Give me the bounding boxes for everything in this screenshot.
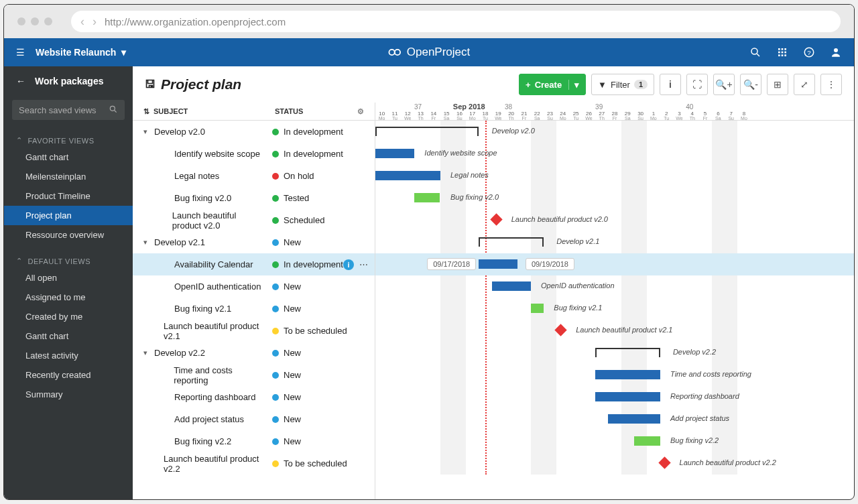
- fullscreen-icon[interactable]: ⛶: [686, 74, 708, 95]
- default-views-head[interactable]: ⌃DEFAULT VIEWS: [4, 254, 133, 268]
- sidebar-item-created-by-me[interactable]: Created by me: [4, 307, 133, 326]
- url-bar[interactable]: ‹ › http://www.organization.openproject.…: [71, 11, 841, 32]
- sidebar-item-assigned-to-me[interactable]: Assigned to me: [4, 288, 133, 307]
- info-icon[interactable]: i: [660, 74, 681, 95]
- create-button[interactable]: +Create▾: [519, 74, 586, 95]
- gantt-milestone[interactable]: [490, 213, 502, 225]
- favorite-views-head[interactable]: ⌃FAVORITE VIEWS: [4, 133, 133, 147]
- user-icon[interactable]: [830, 46, 842, 58]
- traffic-light-close[interactable]: [17, 17, 25, 25]
- gantt-task-bar[interactable]: [595, 370, 660, 379]
- gantt-task-bar[interactable]: [531, 304, 544, 313]
- sidebar-item-meilensteinplan[interactable]: Meilensteinplan: [4, 167, 133, 186]
- gantt-task-bar[interactable]: [375, 149, 414, 158]
- svg-rect-11: [782, 54, 784, 56]
- table-row[interactable]: OpenID authenticationNew: [133, 275, 375, 298]
- date-start-pill[interactable]: 09/17/2018: [427, 258, 476, 270]
- help-icon[interactable]: ?: [803, 46, 815, 58]
- brand-logo[interactable]: OpenProject: [388, 46, 471, 59]
- chevron-down-icon[interactable]: ▾: [143, 238, 154, 247]
- gantt-summary-bar[interactable]: [595, 348, 660, 357]
- sidebar-item-gantt-chart[interactable]: Gantt chart: [4, 326, 133, 346]
- gantt-row[interactable]: Develop v2.2: [375, 342, 854, 364]
- table-row[interactable]: Launch beautiful product v2.1To be sched…: [133, 320, 375, 342]
- chevron-down-icon[interactable]: ▾: [143, 127, 154, 136]
- gantt-row[interactable]: Bug fixing v2.2: [375, 430, 854, 452]
- zoom-out-icon[interactable]: 🔍-: [740, 74, 761, 95]
- more-menu-icon[interactable]: ⋮: [820, 74, 842, 95]
- table-row[interactable]: Reporting dashboardNew: [133, 386, 375, 408]
- gantt-row[interactable]: Add project status: [375, 408, 854, 430]
- gantt-row[interactable]: Time and costs reporting: [375, 364, 854, 386]
- gantt-row[interactable]: Develop v2.0: [375, 121, 854, 143]
- traffic-light-max[interactable]: [44, 17, 52, 25]
- gantt-row[interactable]: Launch beautiful product v2.0: [375, 209, 854, 231]
- sidebar-item-gantt-chart[interactable]: Gantt chart: [4, 147, 133, 167]
- gantt-milestone[interactable]: [554, 324, 566, 336]
- traffic-light-min[interactable]: [31, 17, 39, 25]
- auto-zoom-icon[interactable]: ⊞: [767, 74, 788, 95]
- zoom-in-icon[interactable]: 🔍+: [713, 74, 735, 95]
- gantt-row[interactable]: Legal notes: [375, 165, 854, 187]
- date-end-pill[interactable]: 09/19/2018: [526, 258, 574, 270]
- gantt-task-bar[interactable]: [595, 392, 660, 401]
- gear-icon[interactable]: ⚙: [357, 107, 364, 116]
- table-row[interactable]: Identify website scopeIn development: [133, 143, 375, 165]
- table-row[interactable]: Availability CalendarIn developmenti⋯: [133, 253, 375, 275]
- sort-icon[interactable]: ⇅: [143, 107, 149, 116]
- gantt-task-bar[interactable]: [479, 259, 517, 269]
- row-subject: Launch beautiful product v2.1: [164, 321, 264, 341]
- info-icon[interactable]: i: [343, 259, 354, 270]
- gantt-task-bar[interactable]: [492, 281, 531, 291]
- table-row[interactable]: ▾Develop v2.0In development: [133, 121, 375, 143]
- sidebar-item-project-plan[interactable]: Project plan: [4, 206, 133, 225]
- expand-icon[interactable]: ⤢: [794, 74, 815, 95]
- gantt-row[interactable]: Reporting dashboard: [375, 386, 854, 408]
- sidebar-item-product-timeline[interactable]: Product Timeline: [4, 186, 133, 206]
- table-row[interactable]: ▾Develop v2.2New: [133, 342, 375, 364]
- gantt-pane[interactable]: Sep 20183738394010Mo11Tu12We13Th14Fr15Sa…: [375, 103, 854, 499]
- gantt-row[interactable]: 09/17/201809/19/2018: [375, 253, 854, 275]
- gantt-row[interactable]: Develop v2.1: [375, 231, 854, 253]
- gantt-row[interactable]: OpenID authentication: [375, 275, 854, 298]
- apps-grid-icon[interactable]: [776, 46, 788, 58]
- gantt-summary-bar[interactable]: [375, 127, 479, 136]
- gantt-row[interactable]: Launch beautiful product v2.1: [375, 320, 854, 342]
- gantt-row[interactable]: Launch beautiful product v2.2: [375, 452, 854, 475]
- table-row[interactable]: Bug fixing v2.0Tested: [133, 187, 375, 209]
- gantt-task-bar[interactable]: [375, 171, 440, 180]
- search-icon[interactable]: [749, 46, 761, 58]
- gantt-task-bar[interactable]: [634, 436, 660, 446]
- table-row[interactable]: Bug fixing v2.2New: [133, 430, 375, 452]
- table-row[interactable]: Launch beautiful product v2.0Scheduled: [133, 209, 375, 231]
- gantt-row[interactable]: Bug fixing v2.0: [375, 187, 854, 209]
- browser-back-icon[interactable]: ‹: [80, 15, 84, 29]
- gantt-task-bar[interactable]: [608, 414, 660, 424]
- chevron-down-icon[interactable]: ▾: [143, 349, 154, 357]
- filter-button[interactable]: ▼Filter1: [591, 74, 654, 95]
- gantt-task-bar[interactable]: [414, 193, 440, 202]
- sidebar-item-latest-activity[interactable]: Latest activity: [4, 346, 133, 365]
- hamburger-icon[interactable]: ☰: [16, 47, 25, 58]
- project-selector[interactable]: Website Relaunch ▾: [36, 47, 126, 58]
- gantt-row[interactable]: Identify website scope: [375, 143, 854, 165]
- table-row[interactable]: Add project statusNew: [133, 408, 375, 430]
- sidebar-item-summary[interactable]: Summary: [4, 385, 133, 404]
- table-row[interactable]: ▾Develop v2.1New: [133, 231, 375, 253]
- gantt-milestone[interactable]: [658, 456, 670, 468]
- table-row[interactable]: Launch beautiful product v2.2To be sched…: [133, 452, 375, 475]
- more-icon[interactable]: ⋯: [359, 259, 368, 270]
- gantt-row[interactable]: Bug fixing v2.1: [375, 298, 854, 320]
- sidebar-item-recently-created[interactable]: Recently created: [4, 365, 133, 385]
- sidebar-back[interactable]: ← Work packages: [4, 66, 133, 96]
- status-dot: [272, 129, 279, 135]
- browser-fwd-icon[interactable]: ›: [93, 15, 97, 29]
- sidebar-search[interactable]: Search saved views: [12, 100, 125, 120]
- sidebar-item-all-open[interactable]: All open: [4, 268, 133, 288]
- table-row[interactable]: Time and costs reportingNew: [133, 364, 375, 386]
- save-icon[interactable]: 🖫: [145, 78, 156, 90]
- gantt-summary-bar[interactable]: [479, 237, 544, 247]
- table-row[interactable]: Bug fixing v2.1New: [133, 298, 375, 320]
- sidebar-item-ressource-overview[interactable]: Ressource overview: [4, 225, 133, 245]
- table-row[interactable]: Legal notesOn hold: [133, 165, 375, 187]
